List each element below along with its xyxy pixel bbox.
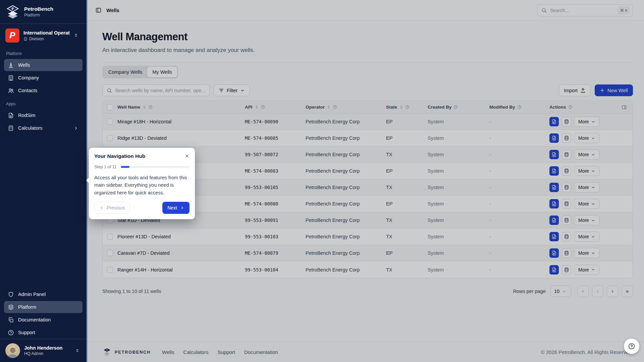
well-file-button[interactable] [549, 216, 559, 225]
well-file-button[interactable] [549, 183, 559, 192]
operator-cell: PetroBench Energy Corp [306, 250, 386, 256]
column-help-icon[interactable] [261, 105, 265, 109]
database-button[interactable] [562, 150, 571, 159]
wells-search[interactable] [102, 84, 210, 96]
column-state[interactable]: State [386, 105, 428, 110]
column-well-name[interactable]: Well Name [117, 105, 245, 110]
import-button[interactable]: Import [559, 84, 591, 96]
tab-company-wells[interactable]: Company Wells [103, 67, 147, 77]
previous-page-button[interactable]: ‹ [592, 286, 603, 297]
more-button[interactable]: More [574, 265, 599, 275]
more-button[interactable]: More [574, 215, 599, 225]
sort-icon[interactable] [142, 105, 147, 109]
chevron-down-icon [591, 120, 595, 124]
well-file-button[interactable] [549, 199, 559, 208]
well-file-button[interactable] [549, 150, 559, 159]
database-button[interactable] [562, 232, 571, 241]
row-checkbox[interactable] [107, 135, 113, 141]
sidebar-item-company[interactable]: Company [4, 72, 83, 84]
database-button[interactable] [562, 133, 571, 143]
sidebar-item-rodsim[interactable]: RodSim [4, 109, 83, 121]
global-search-input[interactable] [550, 8, 614, 13]
well-file-button[interactable] [549, 232, 559, 241]
footer-link-calculators[interactable]: Calculators [183, 349, 208, 355]
modified-by-cell: - [489, 218, 549, 223]
tour-next-button[interactable]: Next [162, 202, 190, 214]
sidebar-item-support[interactable]: Support [4, 326, 83, 339]
row-checkbox[interactable] [107, 250, 113, 256]
more-button[interactable]: More [574, 133, 599, 143]
filter-icon [219, 88, 224, 93]
well-file-button[interactable] [549, 133, 559, 143]
column-help-icon[interactable] [405, 105, 410, 109]
next-page-button[interactable]: › [607, 286, 618, 297]
column-created-by[interactable]: Created By [428, 105, 489, 110]
footer-link-wells[interactable]: Wells [162, 349, 174, 355]
well-file-button[interactable] [549, 166, 559, 176]
database-button[interactable] [562, 166, 571, 176]
sort-icon[interactable] [327, 105, 331, 109]
sidebar-item-admin-panel[interactable]: Admin Panel [4, 288, 83, 300]
sidebar-item-label: Company [18, 75, 39, 80]
more-button[interactable]: More [574, 232, 599, 242]
sidebar-item-platform[interactable]: Platform [4, 301, 83, 313]
sidebar-item-documentation[interactable]: Documentation [4, 314, 83, 326]
database-button[interactable] [562, 216, 571, 225]
global-search[interactable]: ⌘ K [537, 4, 633, 16]
column-help-icon[interactable] [148, 105, 153, 109]
sort-icon[interactable] [255, 105, 259, 109]
column-api[interactable]: API [245, 105, 306, 110]
column-help-icon[interactable] [453, 105, 458, 109]
tour-previous-button[interactable]: Previous [94, 202, 130, 214]
database-button[interactable] [562, 117, 571, 126]
user-menu[interactable]: John Henderson HQ Admin [0, 339, 87, 362]
well-file-button[interactable] [549, 248, 559, 258]
rows-per-page-select[interactable]: 10 [550, 286, 571, 297]
tab-my-wells[interactable]: My Wells [147, 67, 177, 77]
well-name-cell[interactable]: Pioneer #13D - Deviated [117, 234, 245, 239]
select-all-checkbox[interactable] [107, 104, 113, 110]
more-button[interactable]: More [574, 248, 599, 258]
well-name-cell[interactable]: Ridge #13D - Deviated [117, 135, 245, 141]
filter-button[interactable]: Filter [214, 84, 250, 96]
footer-link-support[interactable]: Support [217, 349, 235, 355]
first-page-button[interactable]: « [577, 286, 589, 297]
operator-cell: PetroBench Energy Corp [306, 267, 386, 273]
wells-search-input[interactable] [115, 88, 205, 93]
tour-progress-track [121, 166, 190, 168]
sort-icon[interactable] [399, 105, 404, 109]
org-switcher[interactable]: P International Operatio Division [0, 24, 87, 47]
row-checkbox[interactable] [107, 119, 113, 125]
database-button[interactable] [562, 248, 571, 258]
last-page-button[interactable]: » [622, 286, 633, 297]
well-name-cell[interactable]: Mirage #18H - Horizontal [117, 119, 245, 124]
more-button[interactable]: More [574, 199, 599, 209]
column-operator[interactable]: Operator [306, 105, 386, 110]
column-help-icon[interactable] [333, 105, 337, 109]
sidebar-item-contacts[interactable]: Contacts [4, 84, 83, 97]
column-help-icon[interactable] [517, 105, 522, 109]
well-file-button[interactable] [549, 117, 559, 126]
row-checkbox[interactable] [107, 267, 113, 273]
column-modified-by[interactable]: Modified By [489, 105, 549, 110]
sidebar-item-calculators[interactable]: Calculators [4, 122, 83, 134]
sidebar-item-wells[interactable]: Wells [4, 59, 83, 71]
database-button[interactable] [562, 199, 571, 208]
more-button[interactable]: More [574, 166, 599, 176]
row-checkbox[interactable] [107, 234, 113, 240]
close-icon[interactable] [183, 152, 191, 160]
database-button[interactable] [562, 265, 571, 275]
database-button[interactable] [562, 183, 571, 192]
more-button[interactable]: More [574, 117, 599, 127]
more-button[interactable]: More [574, 182, 599, 192]
help-fab-button[interactable] [624, 339, 639, 354]
columns-toggle-icon[interactable] [616, 105, 633, 110]
column-help-icon[interactable] [568, 105, 573, 109]
more-button[interactable]: More [574, 149, 599, 160]
footer-link-documentation[interactable]: Documentation [244, 349, 278, 355]
panel-toggle-icon[interactable] [95, 7, 102, 13]
well-name-cell[interactable]: Ranger #14H - Horizontal [117, 267, 245, 273]
new-well-button[interactable]: New Well [595, 84, 633, 96]
well-name-cell[interactable]: Caravan #7D - Deviated [117, 250, 245, 256]
well-file-button[interactable] [549, 265, 559, 275]
